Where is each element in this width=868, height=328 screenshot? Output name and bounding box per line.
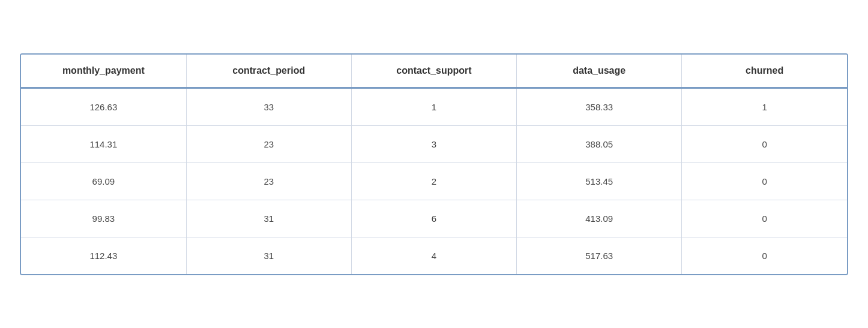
col-header-monthly_payment: monthly_payment [21, 55, 186, 88]
cell-contract_period: 31 [186, 237, 351, 274]
table-row: 99.83316413.090 [21, 200, 847, 237]
cell-contract_period: 31 [186, 200, 351, 237]
cell-churned: 0 [682, 237, 847, 274]
cell-churned: 1 [682, 88, 847, 125]
cell-contact_support: 4 [351, 237, 516, 274]
cell-data_usage: 413.09 [517, 200, 682, 237]
cell-monthly_payment: 112.43 [21, 237, 186, 274]
cell-contract_period: 23 [186, 163, 351, 200]
cell-contact_support: 2 [351, 163, 516, 200]
cell-data_usage: 388.05 [517, 125, 682, 163]
cell-contract_period: 33 [186, 88, 351, 125]
data-table: monthly_paymentcontract_periodcontact_su… [20, 53, 848, 275]
cell-churned: 0 [682, 163, 847, 200]
cell-contract_period: 23 [186, 125, 351, 163]
col-header-churned: churned [682, 55, 847, 88]
cell-data_usage: 517.63 [517, 237, 682, 274]
col-header-contact_support: contact_support [351, 55, 516, 88]
cell-monthly_payment: 126.63 [21, 88, 186, 125]
cell-monthly_payment: 69.09 [21, 163, 186, 200]
col-header-data_usage: data_usage [517, 55, 682, 88]
cell-data_usage: 513.45 [517, 163, 682, 200]
table-row: 114.31233388.050 [21, 125, 847, 163]
table-row: 69.09232513.450 [21, 163, 847, 200]
cell-monthly_payment: 114.31 [21, 125, 186, 163]
col-header-contract_period: contract_period [186, 55, 351, 88]
cell-churned: 0 [682, 200, 847, 237]
table-header-row: monthly_paymentcontract_periodcontact_su… [21, 55, 847, 88]
cell-churned: 0 [682, 125, 847, 163]
cell-contact_support: 6 [351, 200, 516, 237]
cell-contact_support: 3 [351, 125, 516, 163]
cell-data_usage: 358.33 [517, 88, 682, 125]
table-row: 112.43314517.630 [21, 237, 847, 274]
cell-contact_support: 1 [351, 88, 516, 125]
cell-monthly_payment: 99.83 [21, 200, 186, 237]
table-row: 126.63331358.331 [21, 88, 847, 125]
